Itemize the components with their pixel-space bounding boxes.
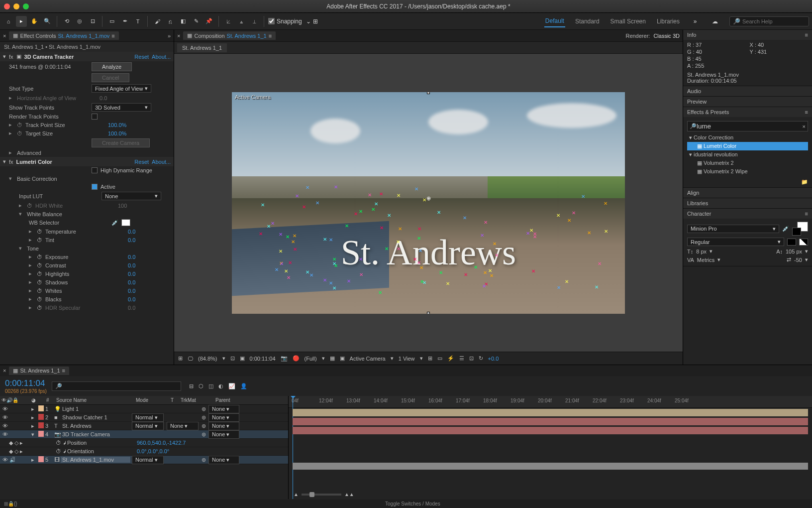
target-size-value[interactable]: 100.0% xyxy=(108,130,126,136)
tracker-point[interactable]: ✕ xyxy=(572,211,576,215)
basic-correction-label[interactable]: Basic Correction xyxy=(17,176,97,182)
tracker-point[interactable]: ✕ xyxy=(581,195,585,199)
stroke-swatch[interactable] xyxy=(792,228,801,236)
workspace-small-screen[interactable]: Small Screen xyxy=(609,16,647,27)
reset-exposure-icon[interactable]: ↻ xyxy=(479,355,483,362)
tracker-point[interactable]: ✕ xyxy=(378,291,382,295)
tracker-point[interactable]: ✕ xyxy=(397,194,401,198)
preset-volumetrix-wipe[interactable]: ▦ Volumetrix 2 Wipe xyxy=(687,167,808,176)
tracker-point[interactable]: ✕ xyxy=(286,235,290,239)
panel-menu-icon[interactable]: ≡ xyxy=(805,32,808,38)
input-lut-dropdown[interactable]: None▾ xyxy=(102,192,161,200)
tracker-point[interactable]: ✕ xyxy=(305,270,309,274)
workspace-standard[interactable]: Standard xyxy=(574,16,601,27)
tracker-point[interactable]: ✕ xyxy=(385,247,389,251)
maximize-window[interactable] xyxy=(23,3,29,9)
frame-blend-icon[interactable]: ◫ xyxy=(208,383,213,389)
sync-icon[interactable]: ☁ xyxy=(710,16,720,27)
tracker-point[interactable]: ✕ xyxy=(280,262,284,266)
workspace-more-icon[interactable]: » xyxy=(690,16,701,27)
tracker-point[interactable]: ✕ xyxy=(379,192,383,196)
wb-swatch[interactable] xyxy=(121,219,130,226)
snapshot-icon[interactable]: 📷 xyxy=(281,355,288,362)
font-style-dropdown[interactable]: Regular▾ xyxy=(687,238,784,246)
preset-group-color[interactable]: ▾ Color Correction xyxy=(687,133,808,142)
zoom-in-icon[interactable]: ▲▲ xyxy=(344,492,354,497)
composition-canvas[interactable]: Active Camera St. Andrews ✕✕✕✕✕✕✕✕✕✕✕✕✕✕… xyxy=(232,92,625,314)
eyedropper-icon[interactable]: 💉 xyxy=(782,226,789,232)
tracker-point[interactable]: ✕ xyxy=(480,234,484,238)
mode-dropdown[interactable]: Normal ▾ xyxy=(132,422,164,430)
layer-name[interactable]: Shadow Catcher 1 xyxy=(61,414,130,420)
panel-menu-icon[interactable]: ≡ xyxy=(805,109,808,115)
tracker-point[interactable]: ✕ xyxy=(334,185,338,189)
eraser-tool-icon[interactable]: ◧ xyxy=(178,16,189,27)
tracker-point[interactable]: ✕ xyxy=(567,219,571,223)
pan-behind-tool-icon[interactable]: ⊡ xyxy=(87,16,98,27)
expand-icon[interactable]: ⊞ xyxy=(4,501,8,507)
text-tool-icon[interactable]: T xyxy=(132,16,143,27)
tracker-point[interactable]: ✕ xyxy=(495,254,499,257)
preset-group-idustrial[interactable]: ▾ idustrial revolution xyxy=(687,150,808,159)
workspace-libraries[interactable]: Libraries xyxy=(656,16,681,27)
resolution-dropdown[interactable]: (Full) xyxy=(304,356,317,362)
res-icon[interactable]: ⊡ xyxy=(230,355,235,362)
align-panel-title[interactable]: Align xyxy=(687,190,699,196)
timeline-search[interactable]: 🔎 xyxy=(52,381,181,391)
minimize-window[interactable] xyxy=(13,3,19,9)
reset-link[interactable]: Reset xyxy=(134,54,149,60)
prop-row-orientation[interactable]: ◆ ◇ ▸ ⏱ ⬈ Orientation 0.0°,0.0°,0.0° xyxy=(0,447,288,456)
layer-row[interactable]: 👁 🔊 ▸ 5 🎞 St. Andrews 1_1.mov Normal ▾ ⊚… xyxy=(0,456,288,464)
tracker-point[interactable]: ✕ xyxy=(387,214,391,218)
clone-tool-icon[interactable]: ⎌ xyxy=(165,16,176,27)
tracker-point[interactable]: ✕ xyxy=(490,274,494,278)
tracker-point[interactable]: ✕ xyxy=(418,249,422,253)
channel-icon[interactable]: 🔴 xyxy=(293,355,300,362)
tracker-point[interactable]: ✕ xyxy=(345,224,349,228)
workspace-default[interactable]: Default xyxy=(544,15,565,27)
tracker-point[interactable]: ✕ xyxy=(323,278,327,282)
flowchart-icon[interactable]: ⊡ xyxy=(469,355,474,362)
composition-viewer[interactable]: Active Camera St. Andrews ✕✕✕✕✕✕✕✕✕✕✕✕✕✕… xyxy=(174,54,683,352)
reset-link[interactable]: Reset xyxy=(134,159,149,165)
rectangle-tool-icon[interactable]: ▭ xyxy=(106,16,117,27)
tracker-point[interactable]: ✕ xyxy=(288,261,292,265)
prev-tab-icon[interactable]: × xyxy=(177,33,180,39)
fast-preview-icon[interactable]: ⚡ xyxy=(447,355,454,362)
tracker-point[interactable]: ✕ xyxy=(493,242,497,246)
fx-enable-icon[interactable]: ▣ xyxy=(16,53,21,60)
layer-name[interactable]: St. Andrews 1_1.mov xyxy=(61,457,130,463)
pen-tool-icon[interactable]: ✒ xyxy=(119,16,130,27)
tracker-point[interactable]: ✕ xyxy=(354,212,358,216)
renderer-value[interactable]: Classic 3D xyxy=(653,33,680,39)
bg-swatch[interactable] xyxy=(787,239,796,246)
tracker-point[interactable]: ✕ xyxy=(305,186,309,190)
tracker-point[interactable]: ✕ xyxy=(417,227,421,231)
close-window[interactable] xyxy=(4,3,10,9)
axis-world-icon[interactable]: ⟁ xyxy=(236,16,247,27)
tracker-point[interactable]: ✕ xyxy=(417,237,421,241)
tracker-point[interactable]: ✕ xyxy=(398,227,402,231)
prop-row-position[interactable]: ◆ ◇ ▸ ⏱ ⬈ Position 960.0,540.0,-1422.7 xyxy=(0,439,288,447)
libraries-panel-title[interactable]: Libraries xyxy=(687,200,708,206)
snapping-options-icon[interactable]: ⌄ xyxy=(306,18,311,25)
tracker-point[interactable]: ✕ xyxy=(598,262,602,266)
zoom-slider[interactable] xyxy=(302,494,341,496)
lock-icon[interactable]: 🔒 xyxy=(8,501,14,507)
tracker-point[interactable]: ✕ xyxy=(414,187,418,191)
mode-dropdown[interactable]: Normal ▾ xyxy=(132,413,164,422)
white-balance-label[interactable]: White Balance xyxy=(27,211,106,217)
tracker-point[interactable]: ✕ xyxy=(291,240,295,244)
tracker-point[interactable]: ✕ xyxy=(374,202,378,206)
comp-inner-tab[interactable]: St. Andrews 1_1 xyxy=(177,43,227,52)
tracker-point[interactable]: ✕ xyxy=(287,276,291,280)
blacks-value[interactable]: 0.0 xyxy=(128,296,135,302)
motion-blur-icon[interactable]: ◐ xyxy=(218,383,223,389)
parent-dropdown[interactable]: None ▾ xyxy=(208,430,239,439)
layer-row[interactable]: 👁 ▸ 1 💡 Light 1 ⊚ None ▾ xyxy=(0,405,288,413)
tone-label[interactable]: Tone xyxy=(27,246,106,252)
tracker-point[interactable]: ✕ xyxy=(371,208,375,212)
home-icon[interactable]: ⌂ xyxy=(3,16,14,27)
axis-local-icon[interactable]: ⟀ xyxy=(223,16,234,27)
snapping-toggle[interactable]: Snapping ⌄ ⊞ xyxy=(268,18,318,25)
